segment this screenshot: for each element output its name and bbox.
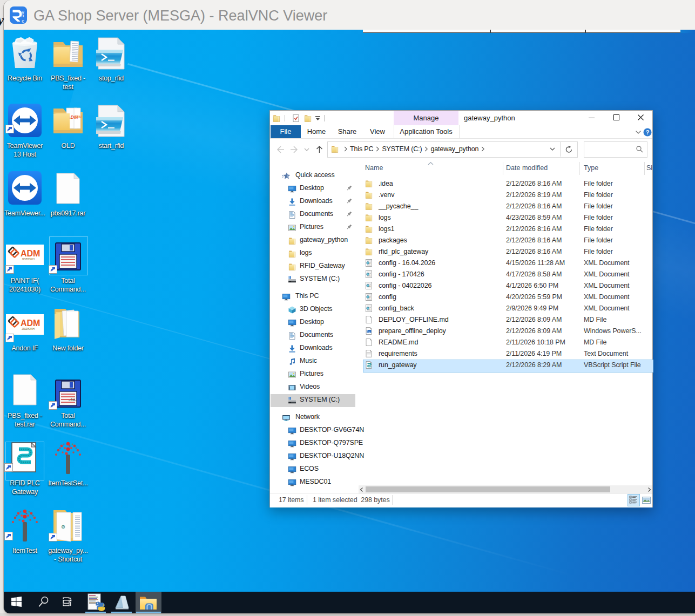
svg-text:⚙: ⚙: [61, 524, 65, 530]
svg-text:c: c: [22, 18, 24, 24]
svg-text:-64-: -64-: [68, 398, 77, 402]
svg-text:ADM: ADM: [21, 249, 40, 258]
svg-text:JI3ZЮKH: JI3ZЮKH: [22, 327, 35, 330]
svg-text:OM: OM: [75, 114, 82, 119]
svg-text:?: ?: [646, 129, 650, 136]
svg-text:ADM: ADM: [21, 319, 40, 328]
svg-text:JI3ZЮKH: JI3ZЮKH: [22, 258, 35, 261]
